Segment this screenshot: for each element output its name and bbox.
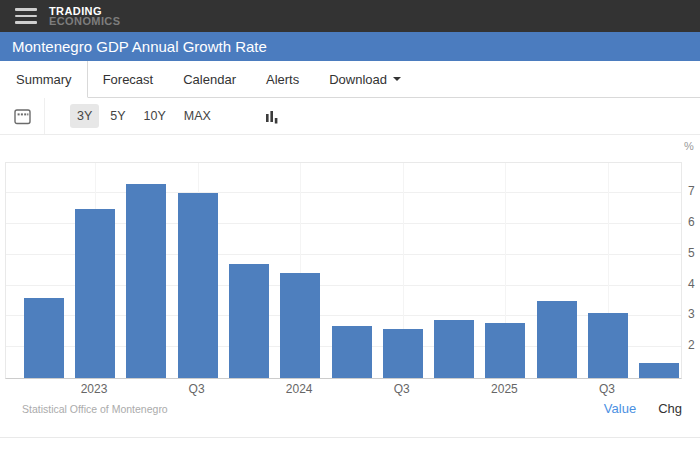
source-attribution: Statistical Office of Montenegro [22,403,168,415]
bar-q4-2022[interactable] [24,298,64,378]
y-axis-tick-label: 4 [688,277,700,291]
bar-q2-2025[interactable] [537,301,577,378]
range-label: 3Y [77,109,92,123]
x-axis-tick-label: Q3 [577,382,637,396]
toolbar-separator [44,98,45,134]
chart-title-bar: Montenegro GDP Annual Growth Rate [0,32,700,61]
range-button-max[interactable]: MAX [177,104,218,128]
bar-q3-2024[interactable] [383,329,423,378]
calendar-button[interactable] [14,108,44,125]
bar-q3-2023[interactable] [178,193,218,378]
range-button-3y[interactable]: 3Y [70,104,99,128]
chart-area: % 2345672023Q32024Q32025Q3 [0,135,700,393]
range-label: MAX [184,109,211,123]
legend-item-value[interactable]: Value [604,401,636,416]
trading-economics-logo[interactable]: TRADING ECONOMICS [49,6,120,26]
chart-toolbar: 3Y 5Y 10Y MAX [0,98,700,135]
legend-item-chg[interactable]: Chg [658,401,682,416]
bar-q4-2025[interactable] [639,363,679,378]
y-axis-unit-label: % [684,140,694,152]
bar-q4-2023[interactable] [229,264,269,378]
range-label: 5Y [110,109,125,123]
x-axis-tick-label: 2023 [64,382,124,396]
y-axis-tick-label: 2 [688,338,700,352]
range-selector: 3Y 5Y 10Y MAX [70,104,222,128]
tab-alerts[interactable]: Alerts [251,61,314,98]
top-bar: TRADING ECONOMICS [0,0,700,32]
x-axis-tick-label: 2025 [474,382,534,396]
chart-footer: Statistical Office of Montenegro ValueCh… [0,393,700,416]
tab-label: Forecast [103,72,154,87]
bar-q1-2023[interactable] [75,209,115,378]
y-axis-tick-label: 5 [688,246,700,260]
tab-calendar[interactable]: Calendar [168,61,251,98]
tab-download[interactable]: Download [314,61,416,98]
chevron-down-icon [393,77,401,81]
bar-q1-2024[interactable] [280,273,320,378]
tab-label: Alerts [266,72,299,87]
y-gridline [6,192,681,193]
column-chart-icon [264,109,280,124]
tab-label: Calendar [183,72,236,87]
y-axis-tick-label: 6 [688,215,700,229]
y-axis-tick-label: 7 [688,184,700,198]
tab-summary[interactable]: Summary [0,61,88,98]
series-toggle-legend: ValueChg [582,401,682,416]
logo-line-2: ECONOMICS [49,16,120,26]
tab-label: Download [329,72,387,87]
x-axis-tick-label: Q3 [372,382,432,396]
range-button-10y[interactable]: 10Y [137,104,173,128]
bottom-divider [0,437,700,438]
bar-q3-2025[interactable] [588,313,628,378]
tab-label: Summary [16,72,72,87]
range-button-5y[interactable]: 5Y [103,104,132,128]
tab-forecast[interactable]: Forecast [88,61,169,98]
bar-q4-2024[interactable] [434,320,474,379]
tab-bar: Summary Forecast Calendar Alerts Downloa… [0,61,700,98]
bar-q2-2023[interactable] [126,184,166,378]
range-label: 10Y [144,109,166,123]
hamburger-menu-icon[interactable] [15,4,37,28]
chart-plot-area [5,162,682,379]
x-axis-tick-label: 2024 [269,382,329,396]
bar-q2-2024[interactable] [332,326,372,378]
y-axis-tick-label: 3 [688,307,700,321]
page-title: Montenegro GDP Annual Growth Rate [12,38,267,55]
bar-q1-2025[interactable] [485,323,525,378]
calendar-icon [14,108,31,125]
x-axis-tick-label: Q3 [167,382,227,396]
chart-type-button[interactable] [264,109,280,124]
